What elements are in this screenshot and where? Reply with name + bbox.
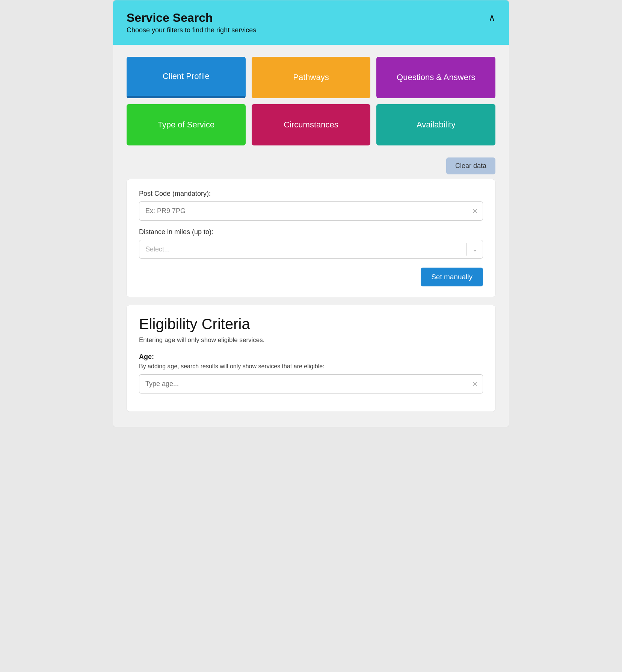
filter-btn-pathways[interactable]: Pathways bbox=[252, 57, 371, 98]
postcode-clear-icon[interactable]: ✕ bbox=[472, 207, 478, 215]
age-sublabel: By adding age, search results will only … bbox=[139, 363, 483, 370]
set-manually-row: Set manually bbox=[139, 268, 483, 286]
filters-grid: Client Profile Pathways Questions & Answ… bbox=[127, 57, 495, 145]
location-card: Post Code (mandatory): ✕ Distance in mil… bbox=[127, 179, 495, 297]
filter-btn-circumstances[interactable]: Circumstances bbox=[252, 104, 371, 145]
page-subtitle: Choose your filters to find the right se… bbox=[127, 26, 256, 34]
filter-btn-type-of-service[interactable]: Type of Service bbox=[127, 104, 246, 145]
app-container: Service Search Choose your filters to fi… bbox=[113, 0, 509, 427]
bottom-padding bbox=[113, 419, 509, 427]
postcode-input[interactable] bbox=[139, 201, 483, 221]
eligibility-card: Eligibility Criteria Entering age will o… bbox=[127, 305, 495, 412]
filter-btn-client-profile[interactable]: Client Profile bbox=[127, 57, 246, 98]
clear-row: Clear data bbox=[113, 151, 509, 179]
age-input-wrapper: ✕ bbox=[139, 374, 483, 394]
collapse-icon[interactable]: ∧ bbox=[489, 12, 495, 23]
age-clear-icon[interactable]: ✕ bbox=[472, 380, 478, 388]
clear-data-button[interactable]: Clear data bbox=[446, 157, 495, 174]
eligibility-title: Eligibility Criteria bbox=[139, 316, 483, 333]
eligibility-subtitle: Entering age will only show eligible ser… bbox=[139, 336, 483, 344]
select-divider bbox=[466, 243, 466, 256]
distance-select-wrapper: Select... 1 mile 2 miles 5 miles 10 mile… bbox=[139, 240, 483, 259]
postcode-input-wrapper: ✕ bbox=[139, 201, 483, 221]
filter-btn-questions-answers[interactable]: Questions & Answers bbox=[376, 57, 495, 98]
page-title: Service Search bbox=[127, 11, 256, 25]
set-manually-button[interactable]: Set manually bbox=[421, 268, 483, 286]
filter-btn-availability[interactable]: Availability bbox=[376, 104, 495, 145]
header-text: Service Search Choose your filters to fi… bbox=[127, 11, 256, 34]
distance-label: Distance in miles (up to): bbox=[139, 228, 483, 236]
age-label: Age: bbox=[139, 353, 483, 361]
filters-section: Client Profile Pathways Questions & Answ… bbox=[113, 45, 509, 151]
postcode-label: Post Code (mandatory): bbox=[139, 190, 483, 198]
distance-select[interactable]: Select... 1 mile 2 miles 5 miles 10 mile… bbox=[139, 240, 483, 259]
header: Service Search Choose your filters to fi… bbox=[113, 0, 509, 45]
age-input[interactable] bbox=[139, 374, 483, 394]
